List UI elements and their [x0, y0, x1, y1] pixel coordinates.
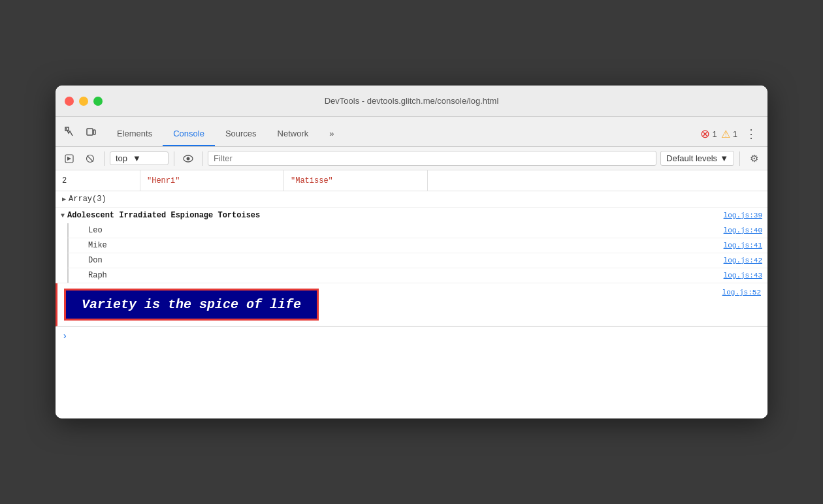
svg-marker-4	[67, 157, 71, 161]
log-group-header[interactable]: ▼ Adolescent Irradiated Espionage Tortoi…	[56, 208, 767, 223]
log-levels-button[interactable]: Default levels ▼	[660, 151, 734, 166]
window-title: DevTools - devtools.glitch.me/console/lo…	[325, 96, 499, 106]
eye-icon[interactable]	[180, 150, 197, 167]
log-item-name: Don	[88, 256, 103, 265]
table-cell-lastname: "Matisse"	[284, 170, 428, 191]
toolbar-divider-3	[202, 151, 202, 166]
close-button[interactable]	[65, 97, 74, 106]
group-source-ref[interactable]: log.js:39	[724, 212, 762, 219]
tab-bar-right: ⊗ 1 ⚠ 1 ⋮	[700, 127, 767, 146]
warn-count: 1	[733, 129, 737, 139]
warn-badge: ⚠ 1	[721, 128, 737, 140]
toolbar-divider	[104, 151, 105, 166]
list-item: Don log.js:42	[67, 253, 767, 268]
tab-more[interactable]: »	[319, 121, 344, 146]
styled-source-ref[interactable]: log.js:52	[722, 289, 761, 296]
svg-rect-2	[93, 130, 95, 134]
maximize-button[interactable]	[93, 97, 103, 106]
log-item-ref[interactable]: log.js:40	[724, 227, 762, 234]
table-cell-firstname: "Henri"	[140, 170, 284, 191]
styled-console-box: Variety is the spice of life	[64, 289, 319, 321]
error-badge: ⊗ 1	[700, 127, 717, 141]
warn-icon: ⚠	[721, 128, 730, 140]
filter-input[interactable]	[208, 151, 656, 166]
array-label: Array(3)	[69, 195, 106, 204]
console-input-row: ›	[56, 326, 767, 345]
expand-triangle-icon: ▶	[62, 195, 66, 203]
title-bar: DevTools - devtools.glitch.me/console/lo…	[56, 86, 767, 117]
tab-bar-icons	[61, 123, 100, 146]
tab-console[interactable]: Console	[163, 121, 215, 146]
log-group: ▼ Adolescent Irradiated Espionage Tortoi…	[56, 208, 767, 283]
styled-output-row: Variety is the spice of life log.js:52	[56, 283, 767, 326]
styled-text: Variety is the spice of life	[82, 297, 301, 312]
run-script-icon[interactable]	[61, 150, 78, 167]
device-icon[interactable]	[82, 123, 100, 141]
tab-elements[interactable]: Elements	[106, 121, 163, 146]
context-selector[interactable]: top ▼	[110, 151, 169, 165]
table-cell-index: 2	[56, 170, 140, 191]
error-icon: ⊗	[700, 127, 710, 141]
svg-point-8	[187, 157, 190, 160]
error-count: 1	[713, 129, 717, 139]
list-item: Leo log.js:40	[67, 223, 767, 238]
table-data-row: 2 "Henri" "Matisse"	[56, 170, 767, 191]
tab-network[interactable]: Network	[267, 121, 319, 146]
svg-line-6	[88, 155, 93, 161]
log-item-name: Mike	[88, 241, 107, 250]
settings-icon[interactable]: ⚙	[745, 150, 762, 167]
list-item: Raph log.js:43	[67, 268, 767, 283]
prompt-icon: ›	[62, 331, 67, 341]
array-row[interactable]: ▶ Array(3)	[56, 191, 767, 208]
minimize-button[interactable]	[79, 97, 88, 106]
log-item-ref[interactable]: log.js:41	[724, 242, 762, 249]
svg-rect-1	[87, 129, 93, 135]
console-output: 2 "Henri" "Matisse" ▶ Array(3) ▼ Adolesc…	[56, 170, 767, 418]
kebab-menu-button[interactable]: ⋮	[741, 127, 761, 141]
list-item: Mike log.js:41	[67, 238, 767, 253]
tab-bar: Elements Console Sources Network » ⊗ 1 ⚠…	[56, 117, 767, 147]
log-item-ref[interactable]: log.js:43	[724, 272, 762, 279]
group-collapse-icon: ▼	[61, 212, 65, 219]
tab-sources[interactable]: Sources	[215, 121, 267, 146]
clear-console-icon[interactable]	[82, 150, 99, 167]
console-toolbar: top ▼ Default levels ▼ ⚙	[56, 147, 767, 170]
inspect-icon[interactable]	[61, 123, 79, 141]
log-item-name: Raph	[88, 271, 107, 280]
group-title: Adolescent Irradiated Espionage Tortoise…	[67, 211, 260, 220]
toolbar-divider-2	[174, 151, 174, 166]
log-item-name: Leo	[88, 226, 103, 235]
devtools-window: DevTools - devtools.glitch.me/console/lo…	[56, 86, 767, 418]
traffic-lights	[56, 97, 103, 106]
log-group-header-left: ▼ Adolescent Irradiated Espionage Tortoi…	[61, 211, 260, 220]
table-cell-empty	[428, 170, 767, 191]
log-item-ref[interactable]: log.js:42	[724, 257, 762, 264]
toolbar-divider-4	[739, 151, 740, 166]
